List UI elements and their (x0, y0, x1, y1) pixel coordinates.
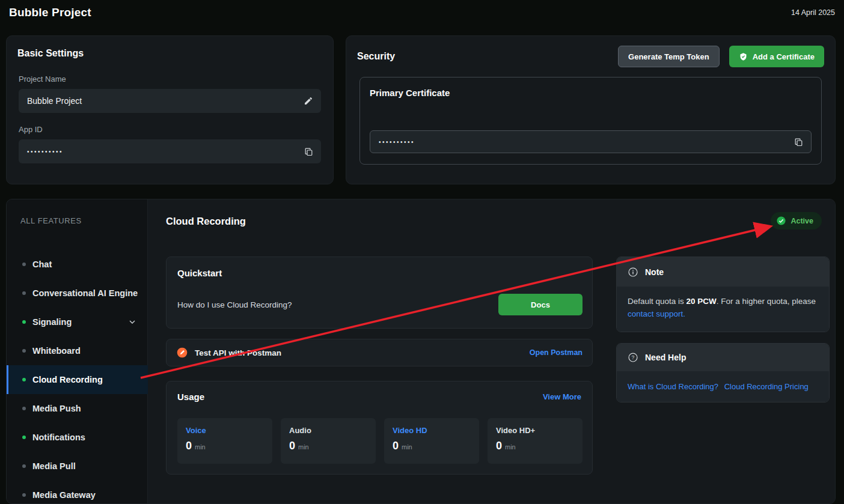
what-is-cloud-recording-link[interactable]: What is Cloud Recording? (628, 382, 718, 391)
status-dot (22, 493, 26, 497)
stat-value: 0 (289, 440, 295, 452)
project-name-field: Project Name (19, 74, 321, 113)
quickstart-title: Quickstart (177, 268, 222, 278)
stat-label: Audio (289, 426, 367, 435)
cloud-recording-title: Cloud Recording (166, 216, 246, 227)
sidebar-item-notifications[interactable]: Notifications (7, 423, 148, 452)
status-dot (22, 291, 26, 295)
generate-temp-token-button[interactable]: Generate Temp Token (618, 46, 720, 67)
usage-stat-audio: Audio 0min (281, 418, 376, 464)
docs-button[interactable]: Docs (498, 294, 583, 315)
stat-value: 0 (496, 440, 502, 452)
note-card: Note Default quota is 20 PCW. For a high… (616, 257, 830, 332)
project-name-label: Project Name (19, 74, 321, 83)
cloud-recording-content: Cloud Recording Active Quickstart How do… (148, 199, 835, 503)
stat-label: Voice (186, 426, 264, 435)
usage-title: Usage (177, 392, 204, 402)
features-header: ALL FEATURES (20, 216, 82, 225)
primary-certificate-panel: Primary Certificate •••••••••• (359, 77, 822, 165)
status-badge-label: Active (790, 217, 813, 225)
app-id-field: App ID •••••••••• (19, 125, 321, 163)
sidebar-item-label: Media Pull (32, 461, 76, 471)
features-sidebar: ALL FEATURES Chat Conversational AI Engi… (7, 199, 148, 503)
generate-temp-token-label: Generate Temp Token (628, 52, 709, 61)
usage-panel: Usage View More Voice 0min Audio 0min Vi… (166, 381, 593, 475)
security-title: Security (357, 51, 395, 62)
sidebar-item-chat[interactable]: Chat (7, 250, 148, 279)
sidebar-item-label: Conversational AI Engine (32, 288, 138, 298)
security-card: Security Generate Temp Token Add a Certi… (346, 35, 836, 184)
svg-text:?: ? (632, 354, 635, 360)
app-id-masked-value: •••••••••• (19, 148, 63, 155)
usage-stat-video-hd: Video HD 0min (384, 418, 479, 464)
copy-icon (304, 147, 314, 157)
note-text: . For a higher quota, please (717, 297, 816, 306)
stat-unit: min (298, 443, 309, 451)
stat-label: Video HD (393, 426, 471, 435)
note-quota: 20 PCW (687, 297, 717, 306)
primary-certificate-title: Primary Certificate (370, 88, 812, 98)
page-title: Bubble Project (9, 6, 91, 19)
sidebar-item-cloud-recording[interactable]: Cloud Recording (7, 365, 148, 394)
status-dot (22, 436, 26, 439)
info-icon (628, 267, 638, 278)
sidebar-item-whiteboard[interactable]: Whiteboard (7, 336, 148, 365)
shield-icon (739, 52, 748, 61)
primary-certificate-value: •••••••••• (370, 130, 812, 153)
postman-label: Test API with Postman (195, 348, 523, 357)
stat-unit: min (195, 443, 206, 451)
certificate-masked-value: •••••••••• (370, 139, 415, 145)
sidebar-item-label: Media Push (32, 404, 81, 413)
copy-certificate-button[interactable] (792, 136, 804, 148)
note-text: Default quota is (628, 297, 687, 306)
sidebar-item-conversational-ai-engine[interactable]: Conversational AI Engine (7, 279, 148, 308)
edit-button[interactable] (302, 95, 314, 107)
contact-support-link[interactable]: contact support. (628, 309, 685, 318)
stat-unit: min (505, 443, 516, 451)
copy-icon (794, 137, 804, 147)
sidebar-item-signaling[interactable]: Signaling (7, 308, 148, 336)
postman-panel: Test API with Postman Open Postman (166, 339, 593, 366)
view-more-link[interactable]: View More (543, 392, 581, 401)
check-circle-icon (776, 216, 786, 226)
status-dot (22, 378, 26, 381)
help-links: What is Cloud Recording? Cloud Recording… (617, 371, 829, 402)
sidebar-item-label: Whiteboard (32, 346, 81, 356)
project-name-input[interactable] (19, 96, 321, 106)
date-label: 14 April 2025 (791, 8, 835, 17)
status-dot (22, 407, 26, 410)
chevron-down-icon (127, 317, 137, 327)
status-dot (22, 349, 26, 353)
stat-unit: min (402, 443, 412, 451)
app-id-label: App ID (19, 125, 321, 134)
basic-settings-card: Basic Settings Project Name App ID •••••… (6, 35, 334, 184)
add-certificate-label: Add a Certificate (753, 52, 815, 61)
stat-value: 0 (393, 440, 399, 452)
copy-app-id-button[interactable] (302, 145, 314, 157)
need-help-card: ? Need Help What is Cloud Recording? Clo… (616, 343, 830, 402)
quickstart-question: How do I use Cloud Recording? (177, 300, 292, 309)
sidebar-item-label: Signaling (32, 317, 72, 327)
sidebar-item-label: Notifications (32, 433, 85, 442)
postman-icon (176, 347, 188, 359)
sidebar-item-media-pull[interactable]: Media Pull (7, 452, 148, 481)
status-dot (22, 263, 26, 266)
quickstart-panel: Quickstart How do I use Cloud Recording?… (166, 257, 593, 329)
sidebar-item-label: Chat (32, 260, 52, 269)
note-body: Default quota is 20 PCW. For a higher qu… (617, 287, 829, 332)
status-dot (22, 464, 26, 468)
sidebar-item-media-gateway[interactable]: Media Gateway (7, 481, 148, 504)
cloud-recording-pricing-link[interactable]: Cloud Recording Pricing (724, 382, 809, 391)
basic-settings-title: Basic Settings (17, 48, 333, 59)
status-badge: Active (771, 212, 822, 229)
features-card: ALL FEATURES Chat Conversational AI Engi… (6, 199, 836, 504)
question-icon: ? (628, 352, 638, 363)
open-postman-link[interactable]: Open Postman (530, 348, 583, 357)
sidebar-item-media-push[interactable]: Media Push (7, 394, 148, 423)
need-help-title: Need Help (645, 353, 686, 362)
pencil-icon (304, 96, 313, 106)
add-certificate-button[interactable]: Add a Certificate (729, 46, 824, 67)
usage-stat-voice: Voice 0min (177, 418, 272, 464)
stat-value: 0 (186, 440, 192, 452)
sidebar-item-label: Media Gateway (32, 490, 96, 500)
